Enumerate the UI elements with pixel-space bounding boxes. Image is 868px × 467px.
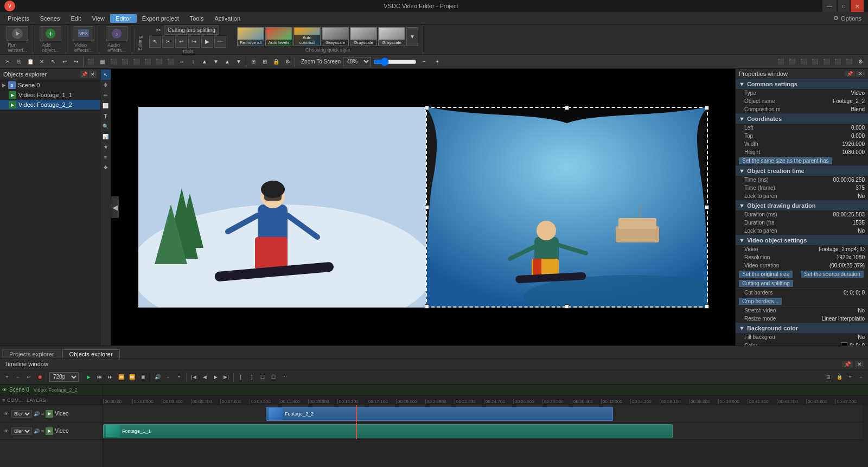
- prop-lock-paren2-value[interactable]: No: [858, 228, 865, 234]
- prop-left-value[interactable]: 0.000: [851, 125, 865, 131]
- menu-export[interactable]: Export project: [137, 14, 184, 23]
- lt-transform-tool[interactable]: ✥: [101, 163, 111, 172]
- display-settings-btn[interactable]: ⚙: [855, 56, 866, 67]
- color-swatch[interactable]: [841, 342, 847, 346]
- tc-stop-btn[interactable]: ⏹: [138, 372, 148, 382]
- t2-back-btn[interactable]: ▼: [233, 56, 244, 67]
- t2-front-btn[interactable]: ▲: [222, 56, 233, 67]
- t2-delete-btn[interactable]: ✕: [36, 56, 47, 67]
- t2-align-right-btn[interactable]: ⬛: [131, 56, 142, 67]
- lt-draw-tool[interactable]: ✏: [101, 91, 111, 100]
- win-minimize-btn[interactable]: —: [822, 0, 837, 12]
- quick-style-grayscale-3[interactable]: Grayscale: [378, 27, 405, 46]
- prop-section-common-header[interactable]: ▼ Common settings: [736, 79, 868, 89]
- lt-zoom-tool[interactable]: 🔍: [101, 121, 111, 131]
- t2-lock-btn[interactable]: 🔒: [271, 56, 282, 67]
- t2-flip-h-btn[interactable]: ↔: [176, 56, 187, 67]
- track2-vis-btn[interactable]: 👁: [2, 427, 10, 435]
- lt-chart-tool[interactable]: 📊: [101, 132, 111, 142]
- properties-pin-btn[interactable]: 📌: [845, 71, 855, 76]
- t2-flip-v-btn[interactable]: ↕: [188, 56, 199, 67]
- prop-source-duration-btn[interactable]: Set the source duration: [801, 271, 863, 278]
- canvas-scroll-left-btn[interactable]: ◀: [111, 196, 119, 218]
- tc-add-btn[interactable]: +: [2, 372, 12, 382]
- audio-effects-btn[interactable]: ♪: [106, 26, 127, 41]
- tc-ffwd-btn[interactable]: ⏩: [127, 372, 137, 382]
- tc-more-btn[interactable]: ⋯: [279, 372, 289, 382]
- prop-section-bg-color-header[interactable]: ▼ Background color: [736, 323, 868, 333]
- menu-tools[interactable]: Tools: [184, 14, 209, 23]
- track-clip-footage11[interactable]: Footage_1_1: [103, 424, 673, 438]
- display-mode2-btn[interactable]: ⬛: [787, 56, 797, 67]
- tc-mark-in-btn[interactable]: [: [236, 372, 246, 382]
- t2-align-bottom-btn[interactable]: ⬛: [165, 56, 176, 67]
- video-effects-btn[interactable]: VFX: [73, 26, 94, 41]
- tree-item-footage11[interactable]: ▶ Video: Footage_1_1: [0, 90, 100, 100]
- t2-align-top-btn[interactable]: ⬛: [142, 56, 153, 67]
- tc-vol-up-btn[interactable]: +: [174, 372, 184, 382]
- track1-blend-select[interactable]: Blend: [11, 410, 32, 418]
- options-label[interactable]: Options: [841, 15, 861, 22]
- display-mode-btn[interactable]: ⬛: [775, 56, 786, 67]
- display-mode3-btn[interactable]: ⬛: [798, 56, 809, 67]
- win-close-btn[interactable]: ✕: [851, 0, 864, 12]
- prop-dur-ms-value[interactable]: 00:00:25.583: [833, 212, 865, 217]
- zoom-out-btn[interactable]: −: [419, 56, 430, 67]
- tree-item-scene0[interactable]: ▶ S Scene 0: [0, 80, 100, 90]
- prop-time-frame-value[interactable]: 375: [856, 185, 865, 191]
- zoom-select[interactable]: 48%25%50%100%: [343, 57, 371, 66]
- t2-paste-btn[interactable]: 📋: [25, 56, 36, 67]
- tc-next-frame-btn[interactable]: ⏭: [105, 372, 115, 382]
- quick-style-auto-levels[interactable]: Auto levels: [265, 27, 292, 46]
- tool-select-btn[interactable]: ↖: [149, 36, 161, 48]
- cutting-splitting-btn[interactable]: Cutting and splitting: [164, 25, 219, 35]
- tc-undo-btn[interactable]: ↩: [24, 372, 34, 382]
- prop-lock-paren1-value[interactable]: No: [858, 193, 865, 199]
- prop-crop-borders-btn[interactable]: Crop borders...: [739, 298, 782, 305]
- objects-explorer-pin-btn[interactable]: 📌: [80, 71, 88, 78]
- prop-height-value[interactable]: 1080.000: [842, 149, 865, 155]
- tc-prev-clip-btn[interactable]: ◀: [200, 372, 209, 382]
- tree-item-footage22[interactable]: ▶ Video: Footage_2_2: [0, 100, 100, 110]
- quick-style-auto-contrast[interactable]: Auto contrast: [293, 27, 321, 46]
- prop-section-coords-header[interactable]: ▼ Coordinates: [736, 114, 868, 124]
- prop-cutting-splitting-btn[interactable]: Cutting and splitting: [739, 280, 793, 287]
- t2-settings-btn[interactable]: ⚙: [282, 56, 293, 67]
- t2-undo2-btn[interactable]: ↩: [59, 56, 70, 67]
- t2-align-vcenter-btn[interactable]: ⬛: [154, 56, 164, 67]
- prop-section-creation-time-header[interactable]: ▼ Object creation time: [736, 166, 868, 176]
- prop-dur-fra-value[interactable]: 1535: [853, 220, 865, 226]
- menu-view[interactable]: View: [86, 14, 110, 23]
- tool-redo-btn[interactable]: ↪: [188, 36, 200, 48]
- display-mode5-btn[interactable]: ⬛: [821, 56, 832, 67]
- lt-timeline-tool[interactable]: ≡: [101, 152, 111, 162]
- quick-style-remove-all[interactable]: Remove all: [237, 27, 264, 46]
- lt-effects-tool[interactable]: ★: [101, 142, 111, 152]
- menu-activation[interactable]: Activation: [209, 14, 246, 23]
- tc-remove-btn[interactable]: −: [13, 372, 23, 382]
- tc-zoom-out-btn[interactable]: −: [856, 372, 866, 382]
- menu-projects[interactable]: Projects: [2, 14, 35, 23]
- track1-vis-btn[interactable]: 👁: [2, 410, 10, 418]
- tool-more-btn[interactable]: ⋯: [214, 36, 226, 48]
- tc-deselect-btn[interactable]: ☐: [269, 372, 278, 382]
- tc-snap-btn[interactable]: ⊞: [824, 372, 833, 382]
- btab-projects-explorer[interactable]: Projects explorer: [2, 349, 61, 359]
- t2-redo2-btn[interactable]: ↪: [71, 56, 81, 67]
- prop-section-duration-header[interactable]: ▼ Object drawing duration: [736, 201, 868, 210]
- tc-select-btn[interactable]: ☐: [258, 372, 267, 382]
- timeline-pin-btn[interactable]: 📌: [842, 361, 853, 367]
- menu-editor[interactable]: Editor: [110, 14, 137, 23]
- track-clip-footage22[interactable]: Footage_2_2: [266, 407, 613, 421]
- t2-cut-btn[interactable]: ✂: [2, 56, 13, 67]
- timeline-close-btn[interactable]: ✕: [855, 361, 864, 367]
- t2-align-center-btn[interactable]: ⬛: [119, 56, 130, 67]
- prop-time-ms-value[interactable]: 00:00:06.250: [833, 177, 865, 183]
- tc-vol-down-btn[interactable]: −: [163, 372, 173, 382]
- objects-explorer-close-btn[interactable]: ✕: [89, 71, 97, 78]
- tc-next-clip-btn[interactable]: ▶: [210, 372, 220, 382]
- tc-skip-end-btn[interactable]: ▶|: [221, 372, 231, 382]
- tc-vol-btn[interactable]: 🔊: [152, 372, 162, 382]
- prop-top-value[interactable]: 0.000: [851, 133, 865, 139]
- prop-stretch-value[interactable]: No: [858, 308, 865, 314]
